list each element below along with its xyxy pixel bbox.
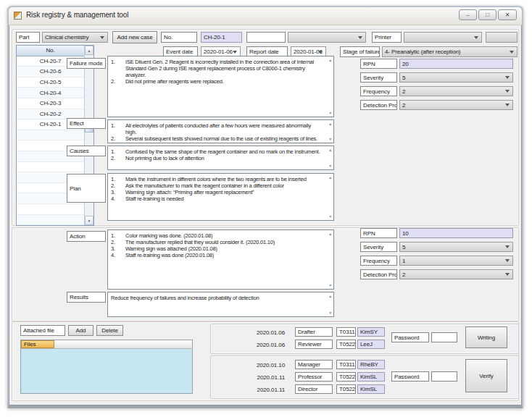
signoff-name: RheBY xyxy=(357,360,385,369)
signoff-code: T0522 xyxy=(336,372,356,382)
signoff-date: 2020.01.11 xyxy=(245,373,285,382)
delete-file-button[interactable]: Delete xyxy=(96,325,123,336)
verify-password-input[interactable] xyxy=(431,371,457,382)
detection-select[interactable]: 2 xyxy=(399,269,513,279)
scroll-down-icon[interactable]: ▼ xyxy=(328,111,332,115)
scroll-up-icon[interactable]: ▲ xyxy=(328,58,332,62)
severity-select[interactable]: 5 xyxy=(399,242,513,252)
case-no-value: CH-20-1 xyxy=(201,32,242,43)
results-textarea[interactable]: Reduce frequency of failures and increas… xyxy=(107,292,334,317)
line-text: Confused by the same shape of the reagen… xyxy=(125,148,323,155)
scroll-down-icon[interactable]: ▼ xyxy=(328,214,332,219)
add-file-button[interactable]: Add xyxy=(68,325,93,336)
plan-label: Plan xyxy=(67,174,106,203)
signoff-name: LeeJ xyxy=(357,340,385,349)
scroll-down-icon[interactable]: ▼ xyxy=(328,311,332,315)
close-button[interactable]: ✕ xyxy=(498,9,517,20)
writing-password-input[interactable] xyxy=(431,332,457,342)
line-number: 3. xyxy=(111,189,125,195)
severity-select[interactable]: 5 xyxy=(399,72,513,83)
case-list-header[interactable]: No. xyxy=(17,46,84,56)
verify-button[interactable]: Verify xyxy=(465,359,507,392)
action-label: Action xyxy=(67,231,106,242)
line-number: 1. xyxy=(111,176,125,182)
failure-mode-textarea[interactable]: 1.ISE Diluent Gen. 2 Reagent is incorrec… xyxy=(107,56,334,117)
plan-textarea[interactable]: 1.Mark the instrument in different color… xyxy=(107,173,334,221)
line-text: Warning sign was attached (2020.01.08) xyxy=(125,245,323,252)
part-select[interactable]: Clinical chemistry xyxy=(42,32,108,43)
chevron-down-icon xyxy=(505,90,510,93)
minimize-button[interactable]: – xyxy=(459,9,477,20)
case-no-label: No. xyxy=(161,32,197,43)
scroll-up-icon[interactable]: ▲ xyxy=(85,46,93,55)
scroll-up-icon[interactable]: ▲ xyxy=(328,148,332,152)
chevron-down-icon xyxy=(505,259,510,262)
scroll-up-icon[interactable]: ▲ xyxy=(328,294,332,298)
part-label: Part xyxy=(16,32,40,43)
line-number: 4. xyxy=(111,252,125,258)
action-textarea[interactable]: 1.Color marking was done. (2020.01.08) 2… xyxy=(107,229,334,290)
effect-textarea[interactable]: 1.All electrolytes of patients conducted… xyxy=(107,119,334,143)
signoff-code: T0311 xyxy=(336,360,356,369)
case-extra-input[interactable] xyxy=(246,32,286,43)
line-text: All electrolytes of patients conducted a… xyxy=(125,122,323,135)
scroll-up-icon[interactable]: ▲ xyxy=(328,232,332,236)
results-label: Results xyxy=(67,292,106,303)
frequency-value: 1 xyxy=(402,258,405,264)
line-number: 4. xyxy=(111,195,125,202)
line-text: Staff re-training was done (2020.01.08) xyxy=(125,252,323,258)
signoff-name: KimSY xyxy=(357,327,385,337)
signoff-date: 2020.01.11 xyxy=(245,385,285,395)
line-number: 2. xyxy=(111,239,125,245)
causes-textarea[interactable]: 1.Confused by the same shape of the reag… xyxy=(107,146,334,170)
rpn-value: 10 xyxy=(399,228,513,238)
frequency-value: 2 xyxy=(402,88,405,95)
scroll-down-icon[interactable]: ▼ xyxy=(328,164,332,168)
signoff-date: 2020.01.06 xyxy=(245,328,285,337)
line-text: Not priming due to lack of attention xyxy=(125,155,323,161)
chevron-down-icon xyxy=(100,36,104,39)
chevron-down-icon xyxy=(233,51,237,54)
stage-of-failure-select[interactable]: 4- Preanalytic (after reception) xyxy=(382,46,518,57)
line-text: Mark the instrument in different colors … xyxy=(125,176,323,182)
chevron-down-icon xyxy=(505,273,510,276)
files-column-header[interactable]: Files xyxy=(21,340,54,348)
line-text: Several subsequent tests showed normal d… xyxy=(125,135,323,142)
printer-select[interactable] xyxy=(404,32,482,43)
list-item[interactable]: CH-20-3 xyxy=(17,98,84,109)
chevron-down-icon xyxy=(505,245,510,248)
attached-file-label: Attached file xyxy=(20,325,65,336)
scroll-down-icon[interactable]: ▼ xyxy=(328,137,332,141)
event-date-value: 2020-01-06 xyxy=(204,49,233,55)
screenshot-root: Risk registry & management tool – □ ✕ Pa… xyxy=(0,0,532,417)
signoff-role: Director xyxy=(295,384,333,394)
scroll-down-icon[interactable]: ▼ xyxy=(328,283,332,287)
add-new-case-button[interactable]: Add new case xyxy=(112,31,157,43)
causes-label: Causes xyxy=(67,146,106,156)
signoff-name: KimSL xyxy=(357,384,385,394)
detection-select[interactable]: 2 xyxy=(399,100,513,110)
list-item[interactable]: CH-20-4 xyxy=(17,88,84,98)
signoff-role: Reviewer xyxy=(295,340,333,349)
password-label: Password xyxy=(391,371,429,382)
stage-of-failure-value: 4- Preanalytic (after reception) xyxy=(385,49,460,55)
case-extra-select[interactable] xyxy=(288,32,366,43)
detection-label: Detection Pro xyxy=(360,269,397,279)
line-number: 1. xyxy=(111,148,125,155)
scroll-down-icon[interactable]: ▼ xyxy=(85,216,93,225)
frequency-select[interactable]: 2 xyxy=(399,86,513,96)
maximize-button[interactable]: □ xyxy=(478,9,496,20)
line-number: 3. xyxy=(111,245,125,252)
chevron-down-icon xyxy=(318,51,323,54)
list-item[interactable]: CH-20-5 xyxy=(17,77,84,88)
files-list[interactable]: Files xyxy=(20,340,193,394)
part-select-value: Clinical chemistry xyxy=(45,34,88,41)
severity-value: 5 xyxy=(402,75,405,81)
line-text: Color marking was done. (2020.01.08) xyxy=(125,232,323,239)
line-text: Did not prime after reagents were replac… xyxy=(125,78,323,85)
writing-button[interactable]: Writing xyxy=(465,327,507,348)
scroll-up-icon[interactable]: ▲ xyxy=(328,122,332,126)
line-text: ISE Diluent Gen. 2 Reagent is incorrectl… xyxy=(125,59,323,78)
scroll-up-icon[interactable]: ▲ xyxy=(328,175,332,180)
frequency-select[interactable]: 1 xyxy=(399,256,513,266)
